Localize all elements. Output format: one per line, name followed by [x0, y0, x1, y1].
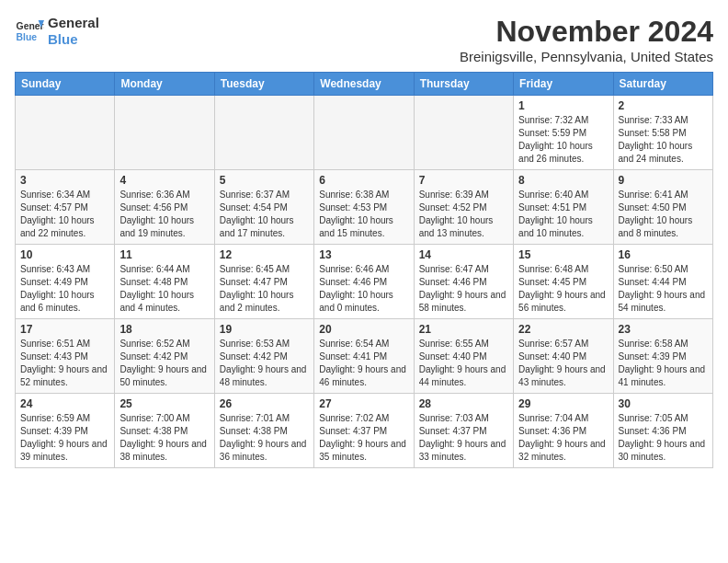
calendar-day-cell: 16Sunrise: 6:50 AM Sunset: 4:44 PM Dayli…: [613, 245, 712, 319]
day-number: 26: [220, 397, 309, 410]
day-info: Sunrise: 6:45 AM Sunset: 4:47 PM Dayligh…: [220, 263, 309, 315]
day-of-week-header: Sunday: [16, 73, 115, 96]
calendar-day-cell: 25Sunrise: 7:00 AM Sunset: 4:38 PM Dayli…: [115, 394, 214, 468]
calendar-day-cell: 3Sunrise: 6:34 AM Sunset: 4:57 PM Daylig…: [16, 170, 115, 245]
day-info: Sunrise: 6:41 AM Sunset: 4:50 PM Dayligh…: [619, 189, 708, 240]
calendar-day-cell: 22Sunrise: 6:57 AM Sunset: 4:40 PM Dayli…: [514, 319, 613, 394]
day-number: 29: [518, 397, 608, 410]
logo-icon: General Blue: [15, 17, 44, 46]
calendar-header-row: SundayMondayTuesdayWednesdayThursdayFrid…: [16, 73, 713, 96]
day-info: Sunrise: 6:59 AM Sunset: 4:39 PM Dayligh…: [20, 412, 109, 464]
calendar-day-cell: 8Sunrise: 6:40 AM Sunset: 4:51 PM Daylig…: [514, 170, 613, 245]
day-number: 16: [619, 248, 708, 261]
day-of-week-header: Saturday: [613, 73, 712, 96]
day-info: Sunrise: 7:04 AM Sunset: 4:36 PM Dayligh…: [518, 412, 608, 464]
day-number: 8: [518, 174, 608, 187]
title-block: November 2024 Breinigsville, Pennsylvani…: [460, 15, 713, 64]
day-number: 3: [20, 174, 109, 187]
day-info: Sunrise: 7:00 AM Sunset: 4:38 PM Dayligh…: [119, 412, 209, 464]
day-info: Sunrise: 6:36 AM Sunset: 4:56 PM Dayligh…: [119, 189, 209, 240]
calendar-day-cell: [115, 96, 214, 170]
day-info: Sunrise: 7:01 AM Sunset: 4:38 PM Dayligh…: [220, 412, 309, 464]
calendar-day-cell: [214, 96, 313, 170]
day-number: 6: [319, 174, 408, 187]
day-info: Sunrise: 6:40 AM Sunset: 4:51 PM Dayligh…: [518, 189, 608, 240]
day-info: Sunrise: 6:47 AM Sunset: 4:46 PM Dayligh…: [419, 263, 508, 315]
calendar-day-cell: 11Sunrise: 6:44 AM Sunset: 4:48 PM Dayli…: [115, 245, 214, 319]
day-info: Sunrise: 7:02 AM Sunset: 4:37 PM Dayligh…: [319, 412, 408, 464]
svg-text:Blue: Blue: [17, 32, 38, 42]
day-info: Sunrise: 6:34 AM Sunset: 4:57 PM Dayligh…: [20, 189, 109, 240]
day-info: Sunrise: 6:58 AM Sunset: 4:39 PM Dayligh…: [619, 338, 708, 389]
day-number: 11: [119, 248, 209, 261]
calendar-day-cell: 17Sunrise: 6:51 AM Sunset: 4:43 PM Dayli…: [16, 319, 115, 394]
calendar-day-cell: 20Sunrise: 6:54 AM Sunset: 4:41 PM Dayli…: [314, 319, 414, 394]
day-number: 9: [619, 174, 708, 187]
day-number: 20: [319, 323, 408, 336]
day-of-week-header: Tuesday: [214, 73, 313, 96]
day-info: Sunrise: 6:52 AM Sunset: 4:42 PM Dayligh…: [119, 338, 209, 389]
day-info: Sunrise: 6:43 AM Sunset: 4:49 PM Dayligh…: [20, 263, 109, 315]
calendar-day-cell: 13Sunrise: 6:46 AM Sunset: 4:46 PM Dayli…: [314, 245, 414, 319]
day-info: Sunrise: 6:53 AM Sunset: 4:42 PM Dayligh…: [220, 338, 309, 389]
day-info: Sunrise: 7:32 AM Sunset: 5:59 PM Dayligh…: [518, 114, 608, 166]
day-info: Sunrise: 6:50 AM Sunset: 4:44 PM Dayligh…: [619, 263, 708, 315]
day-number: 27: [319, 397, 408, 410]
calendar-day-cell: 10Sunrise: 6:43 AM Sunset: 4:49 PM Dayli…: [16, 245, 115, 319]
day-info: Sunrise: 6:51 AM Sunset: 4:43 PM Dayligh…: [20, 338, 109, 389]
calendar-day-cell: [16, 96, 115, 170]
day-info: Sunrise: 6:55 AM Sunset: 4:40 PM Dayligh…: [419, 338, 508, 389]
day-number: 4: [119, 174, 209, 187]
calendar-day-cell: 28Sunrise: 7:03 AM Sunset: 4:37 PM Dayli…: [414, 394, 513, 468]
day-info: Sunrise: 6:57 AM Sunset: 4:40 PM Dayligh…: [518, 338, 608, 389]
day-number: 7: [419, 174, 508, 187]
day-info: Sunrise: 7:33 AM Sunset: 5:58 PM Dayligh…: [619, 114, 708, 166]
day-number: 17: [20, 323, 109, 336]
calendar-week-row: 10Sunrise: 6:43 AM Sunset: 4:49 PM Dayli…: [16, 245, 713, 319]
day-number: 24: [20, 397, 109, 410]
month-title: November 2024: [460, 15, 713, 49]
day-of-week-header: Wednesday: [314, 73, 414, 96]
calendar-body: 1Sunrise: 7:32 AM Sunset: 5:59 PM Daylig…: [16, 96, 713, 468]
calendar-week-row: 1Sunrise: 7:32 AM Sunset: 5:59 PM Daylig…: [16, 96, 713, 170]
day-of-week-header: Monday: [115, 73, 214, 96]
logo-blue-text: Blue: [48, 31, 99, 48]
day-number: 23: [619, 323, 708, 336]
day-of-week-header: Friday: [514, 73, 613, 96]
day-number: 18: [119, 323, 209, 336]
calendar-day-cell: 29Sunrise: 7:04 AM Sunset: 4:36 PM Dayli…: [514, 394, 613, 468]
calendar-day-cell: 14Sunrise: 6:47 AM Sunset: 4:46 PM Dayli…: [414, 245, 513, 319]
day-info: Sunrise: 6:44 AM Sunset: 4:48 PM Dayligh…: [119, 263, 209, 315]
day-number: 2: [619, 99, 708, 112]
calendar-day-cell: 30Sunrise: 7:05 AM Sunset: 4:36 PM Dayli…: [613, 394, 712, 468]
day-info: Sunrise: 6:48 AM Sunset: 4:45 PM Dayligh…: [518, 263, 608, 315]
day-info: Sunrise: 7:03 AM Sunset: 4:37 PM Dayligh…: [419, 412, 508, 464]
day-number: 25: [119, 397, 209, 410]
calendar-day-cell: 5Sunrise: 6:37 AM Sunset: 4:54 PM Daylig…: [214, 170, 313, 245]
calendar-day-cell: 9Sunrise: 6:41 AM Sunset: 4:50 PM Daylig…: [613, 170, 712, 245]
day-number: 30: [619, 397, 708, 410]
calendar-day-cell: [414, 96, 513, 170]
calendar-week-row: 17Sunrise: 6:51 AM Sunset: 4:43 PM Dayli…: [16, 319, 713, 394]
calendar-day-cell: 24Sunrise: 6:59 AM Sunset: 4:39 PM Dayli…: [16, 394, 115, 468]
day-number: 10: [20, 248, 109, 261]
calendar-day-cell: 2Sunrise: 7:33 AM Sunset: 5:58 PM Daylig…: [613, 96, 712, 170]
logo-general-text: General: [48, 15, 99, 31]
calendar-day-cell: 23Sunrise: 6:58 AM Sunset: 4:39 PM Dayli…: [613, 319, 712, 394]
day-info: Sunrise: 6:37 AM Sunset: 4:54 PM Dayligh…: [220, 189, 309, 240]
calendar-day-cell: 21Sunrise: 6:55 AM Sunset: 4:40 PM Dayli…: [414, 319, 513, 394]
day-number: 12: [220, 248, 309, 261]
calendar-day-cell: 12Sunrise: 6:45 AM Sunset: 4:47 PM Dayli…: [214, 245, 313, 319]
header: General Blue General Blue November 2024 …: [15, 15, 713, 64]
calendar-day-cell: 4Sunrise: 6:36 AM Sunset: 4:56 PM Daylig…: [115, 170, 214, 245]
day-number: 14: [419, 248, 508, 261]
calendar-day-cell: 27Sunrise: 7:02 AM Sunset: 4:37 PM Dayli…: [314, 394, 414, 468]
calendar-day-cell: 15Sunrise: 6:48 AM Sunset: 4:45 PM Dayli…: [514, 245, 613, 319]
day-info: Sunrise: 6:38 AM Sunset: 4:53 PM Dayligh…: [319, 189, 408, 240]
calendar-day-cell: 7Sunrise: 6:39 AM Sunset: 4:52 PM Daylig…: [414, 170, 513, 245]
day-info: Sunrise: 6:39 AM Sunset: 4:52 PM Dayligh…: [419, 189, 508, 240]
calendar-week-row: 24Sunrise: 6:59 AM Sunset: 4:39 PM Dayli…: [16, 394, 713, 468]
calendar-day-cell: 18Sunrise: 6:52 AM Sunset: 4:42 PM Dayli…: [115, 319, 214, 394]
calendar-day-cell: 26Sunrise: 7:01 AM Sunset: 4:38 PM Dayli…: [214, 394, 313, 468]
day-info: Sunrise: 7:05 AM Sunset: 4:36 PM Dayligh…: [619, 412, 708, 464]
